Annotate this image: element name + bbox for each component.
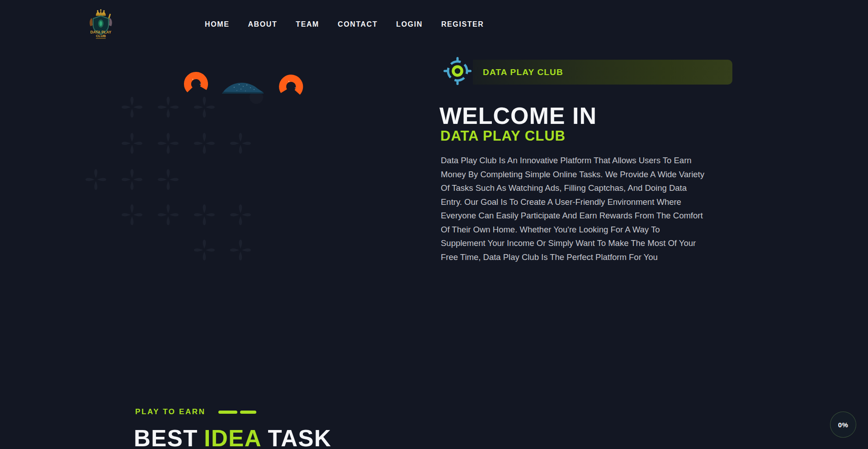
main-nav: HOME ABOUT TEAM CONTACT LOGIN REGISTER <box>205 20 484 29</box>
tasks-heading-highlight: IDEA <box>204 425 262 449</box>
hero-badge-label: DATA PLAY CLUB <box>473 67 563 77</box>
question-mark-icon <box>181 67 210 97</box>
tasks-heading-part1: BEST <box>134 425 198 449</box>
site-logo[interactable]: DATA PLAY CLUB <box>85 7 117 40</box>
clover-ornament <box>118 129 146 158</box>
hero-subtitle: DATA PLAY CLUB <box>440 128 566 144</box>
clover-ornament <box>190 93 219 122</box>
tasks-heading-part2: TASK <box>268 425 331 449</box>
hero-title: WELCOME IN <box>439 102 597 129</box>
clover-ornament <box>118 165 146 194</box>
clover-ornament <box>154 200 183 229</box>
nav-item-register[interactable]: REGISTER <box>441 20 484 29</box>
faint-dot-ornament <box>250 90 263 104</box>
clover-ornament <box>154 93 183 122</box>
nav-item-team[interactable]: TEAM <box>296 20 319 29</box>
scroll-progress-button[interactable]: 0% <box>830 411 856 438</box>
clover-ornament <box>154 165 183 194</box>
dash-ornament <box>240 411 256 414</box>
hero-description: Data Play Club Is An Innovative Platform… <box>441 154 705 264</box>
clover-ornament <box>190 200 219 229</box>
header: DATA PLAY CLUB HOME ABOUT TEAM CONTACT L… <box>0 0 868 50</box>
question-mark-icon <box>278 71 305 99</box>
clover-ornament <box>226 129 255 158</box>
nav-item-home[interactable]: HOME <box>205 20 229 29</box>
clover-ornament <box>81 165 110 194</box>
clover-ornament <box>118 200 146 229</box>
nav-item-login[interactable]: LOGIN <box>396 20 423 29</box>
clover-ornament <box>190 129 219 158</box>
clover-ornament <box>118 93 146 122</box>
logo-text-line2: CLUB <box>96 34 106 38</box>
hero-badge: DATA PLAY CLUB <box>473 60 732 85</box>
clover-ornament <box>190 236 219 265</box>
dash-ornament <box>218 411 237 414</box>
clover-ornament <box>154 129 183 158</box>
target-icon <box>443 56 472 86</box>
scroll-progress-label: 0% <box>838 421 849 429</box>
tasks-eyebrow-row: PLAY TO EARN <box>135 407 256 416</box>
nav-item-about[interactable]: ABOUT <box>248 20 277 29</box>
tasks-eyebrow: PLAY TO EARN <box>135 407 206 416</box>
tasks-heading: BESTIDEATASK <box>134 425 331 449</box>
nav-item-contact[interactable]: CONTACT <box>338 20 377 29</box>
clover-ornament <box>226 200 255 229</box>
clover-ornament <box>226 236 255 265</box>
eyebrow-dashes <box>218 411 256 414</box>
car-silhouette-icon <box>221 80 266 95</box>
